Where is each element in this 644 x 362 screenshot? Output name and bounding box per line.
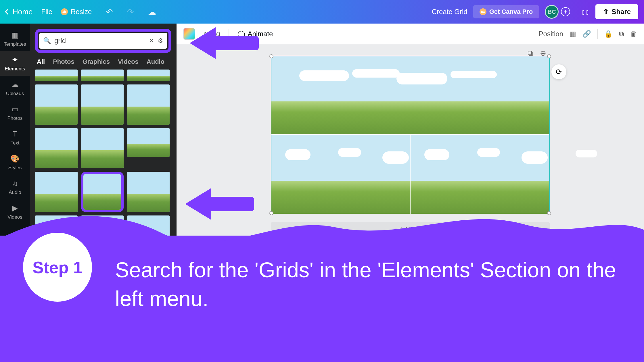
insights-icon[interactable]: ⫾⫾	[582, 7, 590, 17]
rail-styles[interactable]: 🎨 Styles	[0, 150, 30, 175]
topbar-left-group: Home File Resize ↶ ↷ ☁	[6, 7, 156, 17]
audio-icon: ♫	[10, 179, 20, 188]
rail-label: Templates	[4, 41, 26, 47]
grid-thumb[interactable]	[81, 70, 124, 81]
arrow-head-icon	[190, 27, 216, 59]
document-title[interactable]: Create Grid	[432, 8, 467, 16]
rail-label: Uploads	[6, 91, 24, 97]
upload-icon: ⇧	[603, 8, 609, 16]
grid-cell-bottom-right[interactable]	[410, 135, 549, 214]
home-button[interactable]: Home	[6, 7, 32, 16]
duplicate-icon[interactable]: ⧉	[619, 30, 624, 38]
grid-thumb[interactable]	[127, 70, 170, 81]
annotation-arrow	[190, 30, 259, 56]
arrow-body	[213, 36, 259, 50]
styles-icon: 🎨	[10, 154, 20, 163]
tab-videos[interactable]: Videos	[118, 58, 139, 66]
resize-label: Resize	[71, 8, 92, 16]
rail-text[interactable]: T Text	[0, 125, 30, 150]
canvas-page[interactable]: ⟳	[271, 56, 550, 214]
divider	[597, 29, 598, 39]
photos-icon: ▭	[10, 105, 20, 114]
rail-uploads[interactable]: ☁ Uploads	[0, 76, 30, 101]
grid-thumb[interactable]	[81, 84, 124, 125]
grid-cell-top[interactable]	[271, 56, 549, 134]
grid-thumb[interactable]	[127, 84, 170, 125]
share-button[interactable]: ⇧ Share	[595, 4, 638, 19]
elements-icon: ✦	[10, 55, 20, 64]
tab-all[interactable]: All	[37, 58, 45, 66]
search-highlight-annotation: 🔍 ✕ ⚙	[35, 29, 171, 53]
top-menu-bar: Home File Resize ↶ ↷ ☁ Create Grid Get C…	[0, 0, 644, 24]
grid-thumb[interactable]	[35, 84, 78, 125]
undo-icon[interactable]: ↶	[106, 7, 113, 17]
search-box[interactable]: 🔍 ✕ ⚙	[39, 33, 167, 49]
grid-thumb[interactable]	[81, 128, 124, 168]
rail-label: Photos	[7, 115, 23, 121]
get-pro-button[interactable]: Get Canva Pro	[473, 5, 539, 18]
result-tabs: All Photos Graphics Videos Audio	[30, 58, 177, 70]
regenerate-button[interactable]: ⟳	[551, 64, 566, 79]
tab-graphics[interactable]: Graphics	[83, 58, 110, 66]
resize-button[interactable]: Resize	[61, 8, 92, 16]
rail-elements[interactable]: ✦ Elements	[0, 51, 30, 76]
rail-label: Elements	[5, 66, 25, 72]
position-button[interactable]: Position	[539, 30, 563, 38]
pro-label: Get Canva Pro	[489, 8, 533, 16]
grid-thumb[interactable]	[35, 128, 78, 168]
user-avatar[interactable]: BC	[545, 5, 559, 19]
rail-templates[interactable]: ▥ Templates	[0, 26, 30, 51]
step-badge: Step 1	[23, 233, 92, 302]
rail-label: Audio	[9, 190, 21, 195]
selection-handle[interactable]	[547, 54, 551, 58]
tutorial-overlay: Step 1 Search for the 'Grids' in the 'El…	[0, 236, 644, 362]
search-icon: 🔍	[43, 37, 51, 45]
rail-photos[interactable]: ▭ Photos	[0, 101, 30, 125]
home-label: Home	[13, 7, 32, 16]
tab-audio[interactable]: Audio	[147, 58, 164, 66]
canvas-viewport[interactable]: ⧉ ⊕ ⟳	[177, 44, 644, 214]
crown-icon	[61, 8, 68, 15]
search-input[interactable]	[54, 37, 145, 45]
rail-audio[interactable]: ♫ Audio	[0, 175, 30, 199]
search-container: 🔍 ✕ ⚙	[30, 24, 177, 58]
chevron-left-icon	[5, 9, 11, 15]
uploads-icon: ☁	[10, 80, 20, 89]
trash-icon[interactable]: 🗑	[630, 30, 637, 38]
cloud-sync-icon[interactable]: ☁	[148, 7, 156, 17]
redo-icon[interactable]: ↷	[127, 7, 134, 17]
lock-icon[interactable]: 🔒	[604, 30, 613, 38]
rail-label: Styles	[8, 165, 22, 171]
text-icon: T	[10, 129, 20, 138]
context-right: Position ▦ 🔗 🔒 ⧉ 🗑	[539, 29, 637, 39]
rail-label: Text	[10, 140, 19, 146]
share-label: Share	[612, 8, 631, 16]
crown-icon	[480, 8, 486, 15]
tab-photos[interactable]: Photos	[53, 58, 74, 66]
clear-icon[interactable]: ✕	[149, 37, 154, 45]
wave-shape	[0, 204, 644, 250]
file-menu[interactable]: File	[41, 8, 52, 16]
transparency-icon[interactable]: ▦	[570, 30, 576, 38]
grid-cell-bottom-left[interactable]	[271, 135, 411, 214]
filter-icon[interactable]: ⚙	[158, 37, 163, 45]
selection-handle[interactable]	[269, 54, 273, 58]
tutorial-text: Search for the 'Grids' in the 'Elements'…	[115, 256, 627, 313]
templates-icon: ▥	[10, 30, 20, 40]
grid-thumb[interactable]	[35, 70, 78, 81]
grid-thumb[interactable]	[127, 128, 170, 157]
topbar-right-group: Create Grid Get Canva Pro BC + ⫾⫾ ⇧ Shar…	[432, 4, 638, 19]
add-member-button[interactable]: +	[561, 7, 570, 16]
link-icon[interactable]: 🔗	[582, 30, 591, 38]
